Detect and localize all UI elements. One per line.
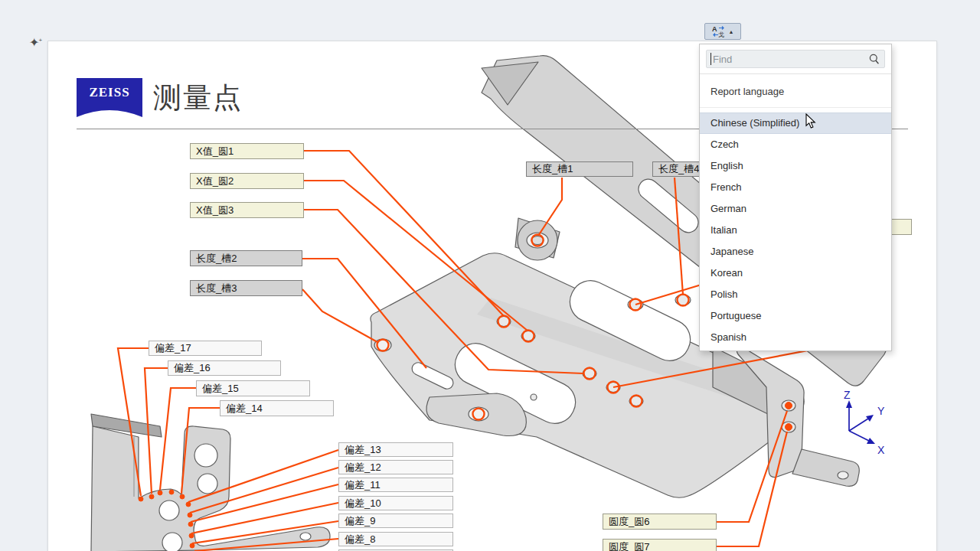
callout-label-偏差_12: 偏差_12 (338, 460, 453, 474)
mouse-cursor (805, 113, 817, 129)
page-title: 测量点 (153, 79, 243, 117)
language-option-italian[interactable]: Italian (700, 220, 891, 241)
callout-label-长度_槽2: 长度_槽2 (190, 250, 302, 266)
language-option-spanish[interactable]: Spanish (700, 327, 891, 348)
language-option-czech[interactable]: Czech (700, 134, 891, 155)
callout-label-圆度_圆6: 圆度_圆6 (603, 514, 717, 530)
callout-label-偏差_10: 偏差_10 (338, 496, 453, 510)
callout-label-偏差_9: 偏差_9 (338, 514, 453, 528)
dropdown-open-arrow: ▲ (729, 29, 734, 34)
language-option-chinese-simplified-[interactable]: Chinese (Simplified) (700, 112, 891, 134)
leader-line (302, 289, 377, 342)
dropdown-divider-2 (700, 107, 891, 108)
language-option-japanese[interactable]: Japanese (700, 241, 891, 262)
measurement-point (158, 491, 162, 495)
svg-text:A: A (712, 25, 717, 33)
measurement-point (190, 543, 194, 548)
sparkle-icon[interactable]: ✦+ (29, 37, 43, 49)
report-language-header: Report language (700, 74, 891, 107)
coordinate-axes: Z Y X (844, 389, 885, 456)
callout-label-X值_圆3: X值_圆3 (190, 202, 304, 218)
axis-z-label: Z (844, 389, 851, 401)
measurement-point (186, 502, 191, 507)
measurement-point (180, 494, 185, 499)
find-input[interactable] (706, 50, 885, 68)
callout-label-X值_圆1: X值_圆1 (190, 143, 304, 159)
measurement-point (188, 522, 193, 527)
measurement-point (786, 424, 792, 431)
callout-label-偏差_13: 偏差_13 (338, 442, 453, 457)
measurement-point (149, 494, 154, 499)
zeiss-logo: ZEISS (77, 78, 142, 118)
measurement-point (139, 497, 143, 501)
callout-label-圆度_圆7: 圆度_圆7 (603, 539, 717, 551)
language-list: Chinese (Simplified)CzechEnglishFrenchGe… (700, 112, 891, 348)
callout-label-偏差_16: 偏差_16 (168, 360, 281, 376)
svg-text:戈: 戈 (718, 31, 724, 37)
language-option-portuguese[interactable]: Portuguese (700, 305, 891, 327)
callout-label-X值_圆2: X值_圆2 (190, 173, 304, 189)
zeiss-logo-text: ZEISS (89, 85, 129, 99)
measurement-point (189, 533, 194, 538)
callout-label-长度_槽1: 长度_槽1 (526, 161, 633, 177)
language-option-polish[interactable]: Polish (700, 284, 891, 305)
language-option-english[interactable]: English (700, 155, 891, 177)
measurement-point (169, 490, 174, 494)
callout-label-偏差_15: 偏差_15 (196, 380, 310, 396)
callout-label-偏差_17: 偏差_17 (149, 341, 262, 356)
callout-label-偏差_11: 偏差_11 (338, 478, 453, 492)
translate-icon: A 戈 (712, 25, 725, 37)
measurement-point (188, 513, 192, 517)
callout-label-偏差_8: 偏差_8 (338, 532, 453, 546)
app-background: ✦+ (0, 0, 980, 551)
language-option-korean[interactable]: Korean (700, 262, 891, 284)
measurement-point (786, 403, 792, 409)
language-option-french[interactable]: French (700, 177, 891, 198)
report-language-button[interactable]: A 戈 ▲ (704, 23, 741, 40)
text-caret (710, 53, 711, 65)
callout-label-长度_槽3: 长度_槽3 (190, 280, 302, 296)
search-icon[interactable] (869, 54, 880, 64)
axis-y-label: Y (877, 405, 885, 417)
dropdown-search (706, 50, 885, 68)
language-dropdown: Report language Chinese (Simplified)Czec… (699, 44, 892, 351)
axis-x-label: X (877, 444, 885, 456)
callout-label-偏差_14: 偏差_14 (220, 400, 334, 416)
language-option-german[interactable]: German (700, 198, 891, 220)
